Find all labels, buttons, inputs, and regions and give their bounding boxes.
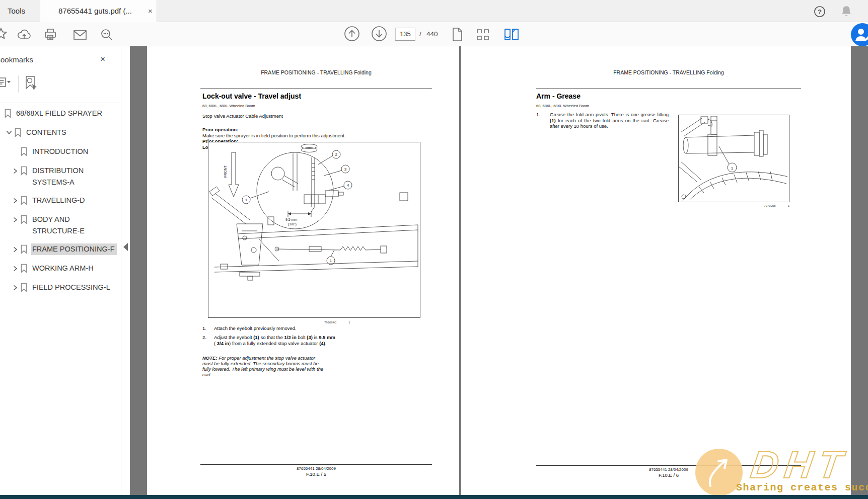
- bookmark-item[interactable]: INTRODUCTION: [0, 146, 121, 158]
- bookmark-icon: [20, 195, 31, 207]
- bottom-status-bar: [0, 495, 868, 499]
- bookmark-item[interactable]: 68/68XL FIELD SPRAYER: [0, 108, 121, 120]
- step-number: 1.: [202, 325, 214, 331]
- step-text: Adjust the eyebolt (1) so that the 1/2 i…: [214, 335, 337, 346]
- note-block: NOTE: For proper adjustment the stop val…: [202, 355, 326, 377]
- step-text: Attach the eyebolt previously removed.: [214, 325, 337, 331]
- account-share-button[interactable]: [851, 23, 868, 46]
- watermark-brand: DHT: [748, 443, 851, 486]
- bookmark-label[interactable]: FIELD PROCESSING-L: [31, 282, 117, 293]
- footer-page-ref: F.10.E / 5: [200, 471, 432, 477]
- document-canvas[interactable]: FRAME POSITIONING - TRAVELLING Folding L…: [130, 46, 868, 495]
- bookmark-icon: [20, 146, 31, 158]
- toolbar-separator: [18, 75, 19, 93]
- bookmark-item[interactable]: WORKING ARM-H: [0, 263, 121, 275]
- bookmark-item[interactable]: FRAME POSITIONING-F: [0, 243, 121, 256]
- bookmark-item[interactable]: CONTENTS: [0, 127, 121, 139]
- page-number-input[interactable]: [395, 28, 415, 41]
- tab-document[interactable]: 87655441 guts.pdf (... ×: [40, 0, 157, 23]
- watermark-circle: [695, 449, 743, 496]
- bookmark-icon: [20, 214, 31, 226]
- print-icon[interactable]: [43, 28, 57, 43]
- arrow-up-right-icon: [710, 460, 727, 486]
- chevron-right-icon[interactable]: [10, 195, 20, 204]
- dimension-alt: (3/8"): [288, 222, 297, 226]
- single-page-view-icon[interactable]: [451, 27, 463, 44]
- search-icon[interactable]: [100, 28, 114, 44]
- chevron-right-icon[interactable]: [10, 263, 20, 272]
- tab-bar: Tools 87655441 guts.pdf (... × ?: [0, 0, 868, 22]
- page-total: 440: [426, 30, 438, 38]
- step-1: 1. Grease the fold arm pivots. There is …: [536, 112, 669, 129]
- step-2: 2. Adjust the eyebolt (1) so that the 1/…: [202, 335, 337, 346]
- bookmark-label[interactable]: INTRODUCTION: [31, 146, 117, 157]
- tab-close-icon[interactable]: ×: [148, 0, 153, 22]
- pdf-page-right: FRAME POSITIONING - TRAVELLING Folding A…: [461, 46, 851, 495]
- bookmarks-panel-title: Bookmarks: [0, 55, 33, 64]
- bookmark-label[interactable]: TRAVELLING-D: [31, 195, 117, 206]
- chevron-down-icon[interactable]: [4, 127, 14, 135]
- bookmark-label[interactable]: DISTRIBUTION SYSTEMS-A: [31, 165, 117, 188]
- balloon-1b: 1: [330, 259, 332, 263]
- find-current-bookmark-icon[interactable]: [24, 75, 38, 94]
- notifications-bell-icon[interactable]: [840, 5, 853, 20]
- previous-page-button[interactable]: [343, 25, 360, 44]
- footer-doc-id: 87655441 28/04/2009: [200, 466, 432, 471]
- bookmark-icon: [4, 108, 15, 120]
- cloud-upload-icon[interactable]: [17, 28, 32, 43]
- balloon-4: 4: [347, 183, 349, 188]
- bookmark-item[interactable]: FIELD PROCESSING-L: [0, 282, 121, 294]
- footer-rule: [200, 464, 432, 465]
- panel-divider: [0, 103, 121, 103]
- next-page-button[interactable]: [371, 25, 388, 44]
- bookmark-label[interactable]: BODY AND STRUCTURE-E: [31, 214, 117, 237]
- svg-text:?: ?: [818, 8, 822, 16]
- bookmark-options-icon[interactable]: [0, 76, 12, 91]
- tab-tools[interactable]: Tools: [0, 0, 40, 22]
- bookmark-label[interactable]: 68/68XL FIELD SPRAYER: [15, 108, 117, 119]
- figure-caption: 79702581: [678, 204, 789, 207]
- front-label: FRONT: [224, 165, 227, 178]
- chevron-right-icon[interactable]: [10, 165, 20, 174]
- page-header: FRAME POSITIONING - TRAVELLING Folding: [536, 69, 801, 75]
- intro-line: Stop Valve Actuator Cable Adjustment: [202, 113, 283, 119]
- chevron-right-icon[interactable]: [10, 282, 20, 291]
- bookmark-item[interactable]: TRAVELLING-D: [0, 195, 121, 207]
- figure-code: 7970258: [764, 204, 775, 207]
- figure-number: 1: [348, 321, 350, 324]
- step-number: 1.: [536, 112, 550, 129]
- figure-code: 799064C: [324, 321, 336, 324]
- balloon-2: 2: [335, 152, 338, 157]
- section-title: Arm - Grease: [536, 92, 581, 100]
- sidebar-collapse-icon[interactable]: [123, 243, 128, 251]
- page-divider: /: [419, 30, 421, 38]
- help-icon[interactable]: ?: [813, 5, 826, 20]
- bookmark-item[interactable]: BODY AND STRUCTURE-E: [0, 214, 121, 237]
- bookmark-label[interactable]: FRAME POSITIONING-F: [31, 243, 117, 255]
- email-icon[interactable]: [73, 30, 87, 42]
- bookmark-icon: [20, 165, 31, 178]
- chevron-right-icon[interactable]: [10, 243, 20, 253]
- model-line: 68, 68XL, 68XL Wheeled Boom: [202, 104, 255, 108]
- balloon-1: 1: [245, 198, 248, 202]
- bookmark-icon: [20, 243, 31, 256]
- tab-document-label: 87655441 guts.pdf (...: [58, 7, 132, 15]
- prior-text-1: Make sure the sprayer is in field positi…: [202, 133, 369, 139]
- bookmark-tree: 68/68XL FIELD SPRAYERCONTENTSINTRODUCTIO…: [0, 108, 121, 301]
- bookmark-label[interactable]: CONTENTS: [25, 127, 117, 138]
- chevron-right-icon[interactable]: [10, 214, 20, 223]
- bookmark-item[interactable]: DISTRIBUTION SYSTEMS-A: [0, 165, 121, 188]
- bookmark-label[interactable]: WORKING ARM-H: [31, 263, 117, 274]
- figure-caption: 799064C1: [324, 321, 350, 324]
- bookmarks-close-icon[interactable]: ×: [100, 54, 105, 64]
- header-rule: [536, 89, 801, 89]
- organize-pages-icon[interactable]: [475, 28, 491, 43]
- bookmarks-panel: Bookmarks × 68/68XL FIELD SPRAYERCONTENT: [0, 46, 130, 495]
- page-header: FRAME POSITIONING - TRAVELLING Folding: [200, 69, 432, 75]
- figure-arm-grease: 1: [678, 115, 789, 202]
- step-number: 2.: [202, 335, 214, 346]
- star-bookmark-icon[interactable]: [0, 27, 8, 42]
- step-text: Grease the fold arm pivots. There is one…: [550, 112, 669, 129]
- dimension-value: 9.5 mm: [285, 218, 298, 221]
- two-page-view-icon[interactable]: [503, 28, 520, 43]
